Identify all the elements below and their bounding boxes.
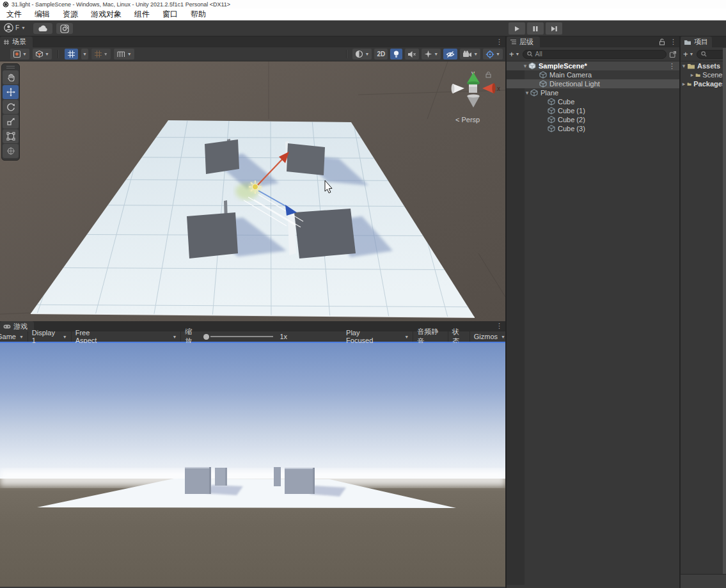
foldout-icon[interactable]: ▸ (689, 72, 695, 78)
move-snap-button[interactable]: ▼ (114, 49, 134, 60)
tab-game[interactable]: 游戏 (0, 321, 34, 331)
kebab-menu-icon[interactable]: ⋮ (668, 62, 675, 70)
project-search-input[interactable] (697, 50, 726, 59)
rect-tool-button[interactable] (3, 129, 19, 143)
transform-tool-button[interactable] (3, 144, 19, 158)
plastic-scm-icon (60, 24, 69, 33)
hierarchy-search-input[interactable]: All (523, 50, 667, 59)
scale-tool-icon (6, 117, 15, 126)
hidden-objects-button[interactable] (443, 49, 457, 60)
play-focused-dropdown[interactable]: Play Focused (346, 329, 386, 344)
orientation-gizmo[interactable]: y x < Persp (452, 70, 500, 123)
menu-component[interactable]: 组件 (128, 9, 156, 20)
scene-tool-palette (1, 63, 20, 161)
version-control-button[interactable] (56, 23, 73, 34)
search-icon (527, 51, 533, 57)
2d-mode-button[interactable]: 2D (374, 49, 388, 60)
chevron-down-icon: ▼ (19, 335, 24, 339)
hierarchy-row[interactable]: Cube (1) (507, 106, 679, 115)
menu-assets[interactable]: 资源 (56, 9, 84, 20)
tab-scene-label: 场景 (12, 37, 26, 47)
tab-game-label: 游戏 (13, 322, 28, 331)
game-viewport[interactable] (0, 343, 505, 587)
tool-settings-button[interactable]: ▼ (10, 49, 29, 60)
menu-file[interactable]: 文件 (0, 9, 28, 20)
menu-edit[interactable]: 编辑 (28, 9, 56, 20)
foldout-icon[interactable]: ▾ (681, 63, 687, 69)
hierarchy-row[interactable]: Cube (3) (507, 124, 679, 133)
foldout-icon[interactable]: ▾ (524, 90, 530, 96)
chevron-down-icon: ▼ (22, 52, 27, 56)
move-tool-button[interactable] (3, 85, 19, 99)
grid-snap-dropdown[interactable]: ▼ (81, 49, 88, 60)
project-row-packages[interactable]: ▸ Packages (681, 79, 726, 88)
account-button[interactable]: F ▼ (4, 23, 26, 33)
pivot-orientation-button[interactable]: ▼ (33, 49, 52, 60)
hierarchy-menu-icon[interactable]: ⋮ (670, 38, 677, 46)
tab-project[interactable]: 项目 (681, 36, 712, 47)
hierarchy-row-selected[interactable]: Directional Light (507, 79, 679, 88)
chevron-down-icon: ▼ (501, 335, 505, 339)
chevron-down-icon: ▼ (83, 52, 87, 56)
scene-viewport[interactable]: y x < Persp (0, 61, 505, 321)
display-dropdown[interactable]: Display 1 (32, 329, 59, 344)
game-menu-icon[interactable]: ⋮ (496, 322, 503, 330)
game-device-dropdown[interactable]: Game (0, 333, 16, 340)
hierarchy-row[interactable]: Cube (507, 97, 679, 106)
foldout-icon[interactable]: ▾ (522, 63, 528, 69)
toolbar-separator (71, 331, 72, 342)
account-initial: F (15, 24, 19, 31)
tab-hierarchy-label: 层级 (519, 37, 533, 47)
row-label: Plane (541, 89, 558, 97)
chevron-down-icon: ▼ (104, 52, 108, 56)
play-button[interactable] (509, 22, 525, 35)
chevron-down-icon: ▼ (127, 52, 132, 56)
create-asset-button[interactable]: +▼ (683, 49, 694, 59)
scale-tool-button[interactable] (3, 115, 19, 129)
move-tool-icon (6, 88, 15, 97)
hierarchy-row[interactable]: Main Camera (507, 70, 679, 79)
hierarchy-row-scene[interactable]: ▾ SampleScene* ⋮ (507, 61, 679, 70)
rotate-tool-button[interactable] (3, 100, 19, 114)
aspect-dropdown[interactable]: Free Aspect (75, 329, 111, 344)
zoom-slider-track[interactable] (210, 336, 274, 337)
perspective-label[interactable]: < Persp (455, 116, 480, 123)
foldout-icon[interactable]: ▸ (681, 81, 687, 87)
step-button[interactable] (546, 22, 562, 35)
hand-tool-button[interactable] (3, 70, 19, 84)
lock-icon[interactable] (659, 38, 665, 45)
project-row-scenes[interactable]: ▸ Scenes (681, 70, 726, 79)
camera-settings-button[interactable]: ▼ (460, 49, 480, 60)
project-scrollbar[interactable] (723, 48, 726, 574)
audio-mute-button[interactable] (405, 49, 419, 60)
scene-menu-icon[interactable]: ⋮ (496, 38, 503, 46)
cloud-services-button[interactable] (33, 23, 52, 34)
menu-window[interactable]: 窗口 (156, 9, 184, 20)
tab-scene[interactable]: 场景 (0, 36, 33, 47)
gizmos-visibility-button[interactable]: ▼ (483, 49, 503, 60)
effects-button[interactable]: ▼ (422, 49, 441, 60)
tab-hierarchy[interactable]: 层级 (507, 36, 540, 47)
project-row-assets[interactable]: ▾ Assets (681, 61, 726, 70)
zoom-value: 1x (280, 333, 287, 340)
light-bulb-icon (393, 50, 400, 58)
pause-button[interactable] (527, 22, 544, 35)
menu-gameobject[interactable]: 游戏对象 (84, 9, 128, 20)
shading-mode-button[interactable]: ▼ (352, 49, 372, 60)
menu-help[interactable]: 帮助 (184, 9, 212, 20)
grid-snap-button[interactable] (65, 49, 78, 60)
main-toolbar: F ▼ (0, 20, 726, 36)
project-tree: ▾ Assets ▸ Scenes ▸ Packages (681, 61, 726, 88)
increment-snap-button[interactable]: ▼ (91, 49, 111, 60)
gizmos-dropdown[interactable]: Gizmos (474, 333, 498, 340)
palette-drag-handle[interactable] (2, 64, 19, 70)
search-window-icon[interactable] (669, 51, 677, 58)
create-object-button[interactable]: +▼ (509, 49, 520, 59)
hierarchy-row[interactable]: Cube (2) (507, 115, 679, 124)
scene-view-options: ▼ 2D ▼ (343, 49, 505, 60)
scene-lighting-button[interactable] (390, 49, 402, 60)
hierarchy-row[interactable]: ▾ Plane (507, 88, 679, 97)
zoom-slider-knob[interactable] (203, 334, 209, 340)
gizmo-lock-icon[interactable] (486, 72, 491, 78)
row-label: Packages (693, 80, 726, 88)
